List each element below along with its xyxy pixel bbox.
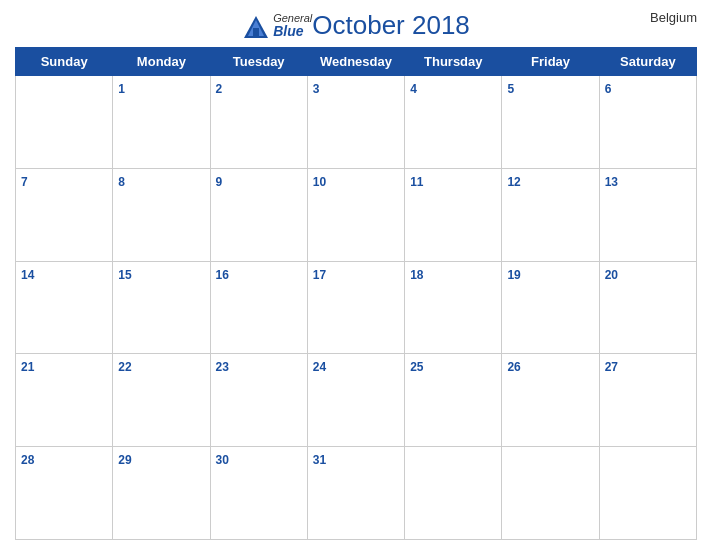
day-number-19: 19 bbox=[507, 268, 520, 282]
logo: General Blue bbox=[242, 12, 312, 39]
day-number-1: 1 bbox=[118, 82, 125, 96]
day-cell-9: 9 bbox=[210, 168, 307, 261]
day-cell-15: 15 bbox=[113, 261, 210, 354]
day-cell-20: 20 bbox=[599, 261, 696, 354]
day-number-11: 11 bbox=[410, 175, 423, 189]
day-number-17: 17 bbox=[313, 268, 326, 282]
header-monday: Monday bbox=[113, 48, 210, 76]
day-number-27: 27 bbox=[605, 360, 618, 374]
day-cell-14: 14 bbox=[16, 261, 113, 354]
day-cell-12: 12 bbox=[502, 168, 599, 261]
header-saturday: Saturday bbox=[599, 48, 696, 76]
day-cell-24: 24 bbox=[307, 354, 404, 447]
day-cell-5: 5 bbox=[502, 76, 599, 169]
week-row-2: 78910111213 bbox=[16, 168, 697, 261]
day-number-4: 4 bbox=[410, 82, 417, 96]
day-cell-22: 22 bbox=[113, 354, 210, 447]
day-number-15: 15 bbox=[118, 268, 131, 282]
day-number-31: 31 bbox=[313, 453, 326, 467]
week-row-4: 21222324252627 bbox=[16, 354, 697, 447]
logo-icon bbox=[242, 14, 270, 36]
day-cell-3: 3 bbox=[307, 76, 404, 169]
calendar-header: General Blue October 2018 Belgium bbox=[15, 10, 697, 41]
week-row-3: 14151617181920 bbox=[16, 261, 697, 354]
day-number-8: 8 bbox=[118, 175, 125, 189]
header-thursday: Thursday bbox=[405, 48, 502, 76]
empty-cell bbox=[16, 76, 113, 169]
day-cell-30: 30 bbox=[210, 447, 307, 540]
day-cell-10: 10 bbox=[307, 168, 404, 261]
header-friday: Friday bbox=[502, 48, 599, 76]
day-number-18: 18 bbox=[410, 268, 423, 282]
day-number-14: 14 bbox=[21, 268, 34, 282]
week-row-5: 28293031 bbox=[16, 447, 697, 540]
calendar-table: Sunday Monday Tuesday Wednesday Thursday… bbox=[15, 47, 697, 540]
empty-cell bbox=[502, 447, 599, 540]
day-number-28: 28 bbox=[21, 453, 34, 467]
header-sunday: Sunday bbox=[16, 48, 113, 76]
day-number-25: 25 bbox=[410, 360, 423, 374]
day-cell-8: 8 bbox=[113, 168, 210, 261]
day-cell-25: 25 bbox=[405, 354, 502, 447]
day-cell-11: 11 bbox=[405, 168, 502, 261]
weekday-header-row: Sunday Monday Tuesday Wednesday Thursday… bbox=[16, 48, 697, 76]
day-cell-13: 13 bbox=[599, 168, 696, 261]
day-number-22: 22 bbox=[118, 360, 131, 374]
day-number-2: 2 bbox=[216, 82, 223, 96]
day-number-21: 21 bbox=[21, 360, 34, 374]
header-wednesday: Wednesday bbox=[307, 48, 404, 76]
day-cell-17: 17 bbox=[307, 261, 404, 354]
week-row-1: 123456 bbox=[16, 76, 697, 169]
day-number-3: 3 bbox=[313, 82, 320, 96]
day-number-26: 26 bbox=[507, 360, 520, 374]
day-cell-29: 29 bbox=[113, 447, 210, 540]
day-number-29: 29 bbox=[118, 453, 131, 467]
day-number-6: 6 bbox=[605, 82, 612, 96]
day-number-9: 9 bbox=[216, 175, 223, 189]
day-cell-19: 19 bbox=[502, 261, 599, 354]
day-cell-16: 16 bbox=[210, 261, 307, 354]
day-number-7: 7 bbox=[21, 175, 28, 189]
day-cell-18: 18 bbox=[405, 261, 502, 354]
day-cell-21: 21 bbox=[16, 354, 113, 447]
country-label: Belgium bbox=[650, 10, 697, 25]
day-number-10: 10 bbox=[313, 175, 326, 189]
day-number-30: 30 bbox=[216, 453, 229, 467]
day-number-16: 16 bbox=[216, 268, 229, 282]
empty-cell bbox=[599, 447, 696, 540]
day-cell-27: 27 bbox=[599, 354, 696, 447]
day-cell-23: 23 bbox=[210, 354, 307, 447]
day-cell-28: 28 bbox=[16, 447, 113, 540]
day-number-5: 5 bbox=[507, 82, 514, 96]
day-cell-26: 26 bbox=[502, 354, 599, 447]
day-cell-6: 6 bbox=[599, 76, 696, 169]
day-number-20: 20 bbox=[605, 268, 618, 282]
empty-cell bbox=[405, 447, 502, 540]
svg-rect-2 bbox=[253, 28, 259, 36]
day-number-24: 24 bbox=[313, 360, 326, 374]
day-number-12: 12 bbox=[507, 175, 520, 189]
calendar-title: October 2018 bbox=[312, 10, 470, 41]
day-cell-2: 2 bbox=[210, 76, 307, 169]
logo-blue-text: Blue bbox=[273, 24, 312, 39]
day-cell-1: 1 bbox=[113, 76, 210, 169]
day-number-13: 13 bbox=[605, 175, 618, 189]
calendar-container: General Blue October 2018 Belgium Sunday… bbox=[0, 0, 712, 550]
day-cell-4: 4 bbox=[405, 76, 502, 169]
header-tuesday: Tuesday bbox=[210, 48, 307, 76]
logo-text: General Blue bbox=[273, 12, 312, 39]
day-cell-31: 31 bbox=[307, 447, 404, 540]
day-number-23: 23 bbox=[216, 360, 229, 374]
day-cell-7: 7 bbox=[16, 168, 113, 261]
